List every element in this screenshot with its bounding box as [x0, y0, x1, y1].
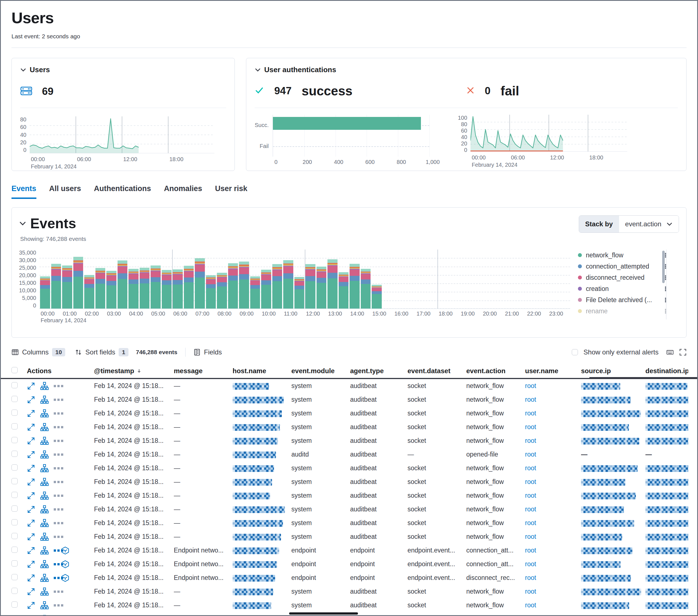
row-checkbox[interactable] [12, 410, 18, 416]
row-checkbox[interactable] [12, 464, 18, 471]
row-checkbox[interactable] [12, 492, 18, 498]
more-actions-icon[interactable] [54, 563, 56, 565]
user-name-link[interactable]: root [525, 533, 536, 540]
row-checkbox[interactable] [12, 588, 18, 594]
column-header-eventaction[interactable]: event.action [466, 367, 525, 375]
user-name-link[interactable]: root [525, 464, 536, 472]
column-header-Actions[interactable]: Actions [27, 367, 94, 375]
more-actions-icon[interactable] [54, 590, 56, 593]
row-checkbox[interactable] [12, 505, 18, 512]
column-header-agenttype[interactable]: agent.type [350, 367, 407, 375]
more-actions-icon[interactable] [54, 412, 56, 415]
collapse-chevron-icon[interactable] [19, 220, 26, 227]
analyze-event-icon[interactable] [40, 478, 49, 486]
column-header-username[interactable]: user.name [525, 367, 581, 375]
column-header-message[interactable]: message [174, 367, 233, 375]
user-name-link[interactable]: root [525, 423, 536, 431]
analyze-event-icon[interactable] [40, 437, 49, 445]
stack-by-select[interactable]: Stack by event.action [579, 215, 679, 233]
fullscreen-icon[interactable] [679, 348, 686, 356]
row-checkbox[interactable] [12, 547, 18, 553]
columns-button[interactable]: Columns 10 [12, 348, 65, 356]
expand-event-icon[interactable] [27, 450, 35, 459]
osquery-icon[interactable] [61, 560, 69, 569]
osquery-icon[interactable] [61, 546, 69, 555]
analyze-event-icon[interactable] [40, 560, 49, 569]
collapse-chevron-icon[interactable] [20, 67, 26, 73]
row-checkbox[interactable] [12, 451, 18, 457]
expand-event-icon[interactable] [27, 437, 35, 445]
user-name-link[interactable]: root [525, 519, 536, 527]
expand-event-icon[interactable] [27, 601, 35, 610]
tab-all-users[interactable]: All users [49, 184, 81, 199]
analyze-event-icon[interactable] [40, 409, 49, 418]
tab-events[interactable]: Events [12, 184, 37, 199]
user-name-link[interactable]: root [525, 574, 536, 581]
analyze-event-icon[interactable] [40, 601, 49, 610]
more-actions-icon[interactable] [54, 604, 56, 606]
analyze-event-icon[interactable] [40, 615, 49, 616]
expand-event-icon[interactable] [27, 505, 35, 514]
analyze-event-icon[interactable] [40, 491, 49, 500]
osquery-icon[interactable] [61, 574, 69, 582]
user-name-link[interactable]: root [525, 547, 536, 554]
more-actions-icon[interactable] [54, 536, 56, 538]
user-name-link[interactable]: root [525, 560, 536, 568]
analyze-event-icon[interactable] [40, 450, 49, 459]
user-name-link[interactable]: root [525, 410, 536, 417]
column-header-sourceip[interactable]: source.ip [581, 367, 645, 375]
user-name-link[interactable]: root [525, 437, 536, 444]
analyze-event-icon[interactable] [40, 423, 49, 431]
expand-event-icon[interactable] [27, 491, 35, 500]
legend-item[interactable]: creation [578, 283, 666, 294]
more-actions-icon[interactable] [54, 577, 56, 579]
column-header-hostname[interactable]: host.name [233, 367, 291, 375]
expand-event-icon[interactable] [27, 574, 35, 582]
column-header-eventmodule[interactable]: event.module [291, 367, 350, 375]
row-checkbox[interactable] [12, 574, 18, 580]
expand-event-icon[interactable] [27, 533, 35, 541]
expand-event-icon[interactable] [27, 464, 35, 472]
collapse-chevron-icon[interactable] [255, 67, 261, 73]
legend-item[interactable]: network_flow [578, 249, 666, 261]
expand-event-icon[interactable] [27, 519, 35, 527]
column-header-timestamp[interactable]: @timestamp [94, 367, 174, 375]
legend-item[interactable]: rename [578, 305, 666, 317]
tab-user-risk[interactable]: User risk [215, 184, 247, 199]
column-header-eventdataset[interactable]: event.dataset [407, 367, 466, 375]
expand-event-icon[interactable] [27, 587, 35, 596]
row-checkbox[interactable] [12, 601, 18, 607]
more-actions-icon[interactable] [54, 549, 56, 551]
expand-event-icon[interactable] [27, 382, 35, 390]
user-name-link[interactable]: root [525, 478, 536, 485]
column-header-destinationip[interactable]: destination.ip [645, 367, 688, 375]
row-checkbox[interactable] [12, 560, 18, 567]
expand-event-icon[interactable] [27, 615, 35, 616]
select-all-checkbox[interactable] [12, 367, 18, 373]
expand-event-icon[interactable] [27, 478, 35, 486]
legend-item[interactable]: File Delete archived (... [578, 294, 666, 305]
more-actions-icon[interactable] [54, 399, 56, 401]
user-name-link[interactable]: root [525, 505, 536, 513]
analyze-event-icon[interactable] [40, 464, 49, 472]
row-checkbox[interactable] [12, 396, 18, 402]
more-actions-icon[interactable] [54, 426, 56, 428]
expand-event-icon[interactable] [27, 423, 35, 431]
more-actions-icon[interactable] [54, 385, 56, 387]
more-actions-icon[interactable] [54, 467, 56, 469]
row-checkbox[interactable] [12, 423, 18, 429]
user-name-link[interactable]: root [525, 382, 536, 389]
user-name-link[interactable]: root [525, 396, 536, 403]
row-checkbox[interactable] [12, 382, 18, 388]
row-checkbox[interactable] [12, 437, 18, 443]
expand-event-icon[interactable] [27, 396, 35, 404]
more-actions-icon[interactable] [54, 495, 56, 497]
more-actions-icon[interactable] [54, 481, 56, 483]
row-checkbox[interactable] [12, 533, 18, 539]
user-name-link[interactable]: root [525, 588, 536, 595]
tab-anomalies[interactable]: Anomalies [164, 184, 203, 199]
keyboard-icon[interactable] [666, 348, 674, 356]
legend-scrollbar[interactable] [662, 250, 665, 283]
analyze-event-icon[interactable] [40, 382, 49, 390]
row-checkbox[interactable] [12, 519, 18, 525]
